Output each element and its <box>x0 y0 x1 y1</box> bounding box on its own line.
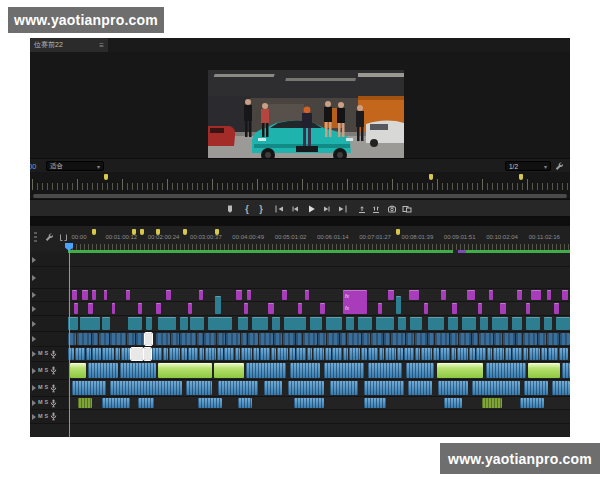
track-header-A3[interactable]: MS <box>30 380 68 397</box>
timeline-clip[interactable] <box>523 348 528 360</box>
timeline-clip[interactable] <box>131 348 143 360</box>
timeline-clip[interactable] <box>188 303 192 314</box>
timeline-clip[interactable] <box>274 333 282 345</box>
mute-button[interactable]: M <box>38 385 43 391</box>
timeline-clip[interactable] <box>457 348 468 360</box>
timeline-clip[interactable] <box>88 363 118 378</box>
timeline-clip[interactable] <box>343 348 348 360</box>
timeline-clip[interactable] <box>503 333 515 345</box>
voiceover-mic-icon[interactable] <box>50 350 57 359</box>
timeline-clip[interactable] <box>451 348 456 360</box>
timeline-clip[interactable] <box>158 317 176 330</box>
timeline-clip[interactable] <box>288 381 324 395</box>
timeline-clip[interactable] <box>296 348 306 360</box>
timeline-clip[interactable] <box>120 363 156 378</box>
timeline-clip[interactable] <box>92 348 101 360</box>
timeline-clip[interactable] <box>327 333 339 345</box>
timeline-clip[interactable] <box>332 348 342 360</box>
track-expand-icon[interactable] <box>32 414 36 420</box>
ruler-marker[interactable] <box>215 229 219 235</box>
timeline-clip[interactable] <box>437 363 483 378</box>
timeline-clip[interactable] <box>450 333 458 345</box>
timeline-clip[interactable] <box>554 303 559 314</box>
timeline-clip[interactable] <box>310 317 322 330</box>
timeline-clip[interactable] <box>259 333 273 345</box>
track-lane-V2[interactable] <box>68 316 570 332</box>
timeline-clip[interactable] <box>480 317 488 330</box>
timeline-clip[interactable] <box>500 303 506 314</box>
timeline-settings-wrench-icon[interactable] <box>44 232 54 242</box>
ruler-marker[interactable] <box>92 229 96 235</box>
lift-button[interactable] <box>356 203 368 215</box>
track-header-V1[interactable] <box>30 332 68 347</box>
solo-button[interactable]: S <box>45 351 49 357</box>
timeline-clip[interactable] <box>272 317 280 330</box>
track-header-V2[interactable] <box>30 316 68 332</box>
track-expand-icon[interactable] <box>32 275 36 281</box>
timeline-clip[interactable] <box>324 363 364 378</box>
timeline-clip[interactable] <box>361 348 367 360</box>
solo-button[interactable]: S <box>45 385 49 391</box>
timeline-clip[interactable] <box>526 303 530 314</box>
timeline-clip[interactable] <box>362 333 370 345</box>
timeline-clip[interactable] <box>388 290 394 300</box>
voiceover-mic-icon[interactable] <box>50 399 57 408</box>
timeline-clip[interactable] <box>238 398 252 408</box>
timeline-clip[interactable] <box>104 290 107 300</box>
timeline-clip[interactable] <box>163 348 168 360</box>
timeline-clip[interactable] <box>410 317 422 330</box>
timeline-clip[interactable] <box>99 333 109 345</box>
timeline-clip[interactable] <box>556 317 570 330</box>
timeline-clip[interactable] <box>368 348 378 360</box>
track-header-V6[interactable] <box>30 253 68 267</box>
timeline-clip[interactable] <box>433 348 439 360</box>
track-header-V5[interactable] <box>30 267 68 289</box>
timeline-clip[interactable] <box>238 317 248 330</box>
ruler-marker[interactable] <box>183 229 187 235</box>
timeline-clip[interactable] <box>428 333 434 345</box>
timeline-clip[interactable] <box>330 381 358 395</box>
timeline-clip[interactable] <box>78 398 92 408</box>
timeline-clip[interactable] <box>441 290 446 300</box>
timeline-clip[interactable] <box>547 290 551 300</box>
timeline-clip[interactable] <box>127 333 135 345</box>
timeline-clip[interactable] <box>364 398 386 408</box>
mute-button[interactable]: M <box>38 414 43 420</box>
timeline-clip[interactable] <box>112 303 115 314</box>
timeline-clip[interactable] <box>156 333 170 345</box>
timeline-clip[interactable] <box>115 348 120 360</box>
timeline-clip[interactable] <box>378 303 382 314</box>
timeline-clip[interactable] <box>547 333 559 345</box>
track-expand-icon[interactable] <box>32 306 36 312</box>
timeline-clip[interactable] <box>305 290 309 300</box>
track-lane-A5[interactable] <box>68 410 570 424</box>
ruler-marker[interactable] <box>396 229 400 235</box>
track-lane-V1[interactable] <box>68 332 570 347</box>
timeline-clip[interactable] <box>248 333 258 345</box>
timeline-clip[interactable] <box>247 290 251 300</box>
timeline-clip[interactable] <box>180 317 188 330</box>
step-back-button[interactable] <box>289 203 301 215</box>
ruler-marker[interactable] <box>156 229 160 235</box>
track-header-A5[interactable]: MS <box>30 410 68 424</box>
timeline-clip[interactable] <box>396 296 401 314</box>
timeline-clip[interactable] <box>208 317 232 330</box>
timeline-clip[interactable] <box>320 303 325 314</box>
track-header-A1[interactable]: MS <box>30 347 68 362</box>
mark-out-button[interactable]: } <box>255 203 267 215</box>
timeline-clip[interactable] <box>197 333 203 345</box>
track-lane-A1[interactable] <box>68 347 570 362</box>
timeline-ruler-header[interactable]: 00:0000:01:00:1200:02:00:2400:03:00:3700… <box>30 226 570 250</box>
sequence-marker[interactable] <box>104 174 108 180</box>
timeline-clip[interactable] <box>559 348 568 360</box>
timeline-clip[interactable] <box>146 317 152 330</box>
timeline-clip[interactable] <box>452 303 457 314</box>
timeline-clip[interactable] <box>541 348 547 360</box>
timeline-clip[interactable] <box>376 317 394 330</box>
timeline-clip[interactable] <box>199 290 203 300</box>
track-expand-icon[interactable] <box>32 292 36 298</box>
timeline-clip[interactable] <box>512 317 522 330</box>
mute-button[interactable]: M <box>38 400 43 406</box>
mute-button[interactable]: M <box>38 351 43 357</box>
timeline-clip[interactable] <box>294 398 324 408</box>
